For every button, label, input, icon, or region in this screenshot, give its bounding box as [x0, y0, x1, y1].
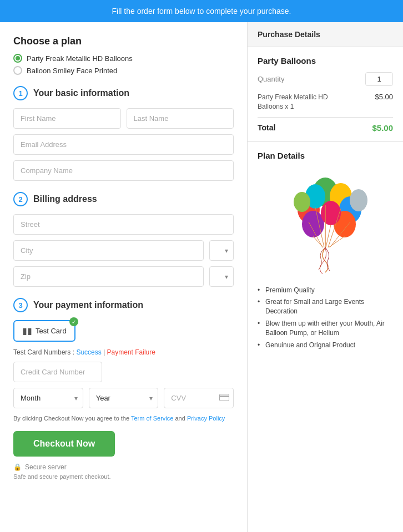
plan-radio-1-inner	[16, 56, 20, 60]
city-input[interactable]	[13, 240, 204, 261]
step-1-circle: 1	[13, 86, 28, 100]
svg-point-11	[294, 192, 310, 212]
right-panel: Purchase Details Party Balloons Quantity…	[248, 22, 403, 532]
step-3-label: Your payment information	[33, 300, 143, 310]
total-row: Total $5.00	[258, 117, 393, 133]
year-select[interactable]: Year 202420252026 2027202820292030	[89, 388, 159, 408]
privacy-link[interactable]: Privacy Policy	[187, 415, 225, 422]
card-label: Test Card	[36, 327, 67, 335]
feature-4: Genuinue and Orignal Product	[258, 341, 393, 350]
plan-label-1: Party Freak Metallic HD Balloons	[27, 54, 133, 63]
quantity-input[interactable]	[365, 72, 393, 86]
lock-icon: 🔒	[13, 463, 22, 471]
country-select[interactable]: Country United States United Kingdom Can…	[209, 240, 234, 261]
plan-details-title: Plan Details	[258, 151, 393, 160]
year-wrapper: Year 202420252026 2027202820292030	[89, 388, 159, 408]
feature-2: Great for Small and Large Events Decorat…	[258, 297, 393, 316]
step-1-label: Your basic information	[33, 88, 129, 98]
svg-line-17	[313, 236, 323, 247]
last-name-input[interactable]	[127, 108, 234, 129]
svg-point-9	[321, 201, 341, 225]
success-link[interactable]: Success	[76, 348, 101, 356]
quantity-row: Quantity	[258, 72, 393, 86]
product-title: Party Balloons	[258, 56, 393, 65]
name-row	[13, 108, 234, 129]
zip-state-row: - ALCANYTX	[13, 266, 234, 287]
secure-label: Secure server	[25, 463, 67, 471]
tos-link[interactable]: Term of Service	[131, 415, 173, 422]
step-3-heading: 3 Your payment information	[13, 298, 234, 312]
plan-label-2: Balloon Smiley Face Printed	[27, 67, 117, 75]
top-banner: Fill the order form below to complete yo…	[0, 0, 403, 22]
street-input[interactable]	[13, 214, 234, 235]
left-panel: Choose a plan Party Freak Metallic HD Ba…	[0, 22, 248, 532]
cc-number-field	[13, 362, 234, 382]
plan-radio-1[interactable]	[13, 54, 22, 63]
email-input[interactable]	[13, 134, 234, 155]
item-price: $5.00	[375, 93, 393, 101]
main-container: Choose a plan Party Freak Metallic HD Ba…	[0, 22, 403, 532]
card-check: ✓	[69, 317, 78, 326]
purchase-details-header: Purchase Details	[248, 22, 403, 47]
cvv-card-icon	[219, 394, 229, 403]
svg-rect-0	[220, 394, 229, 401]
svg-point-10	[350, 189, 367, 211]
street-field	[13, 214, 234, 235]
cc-number-input[interactable]	[13, 362, 102, 382]
country-wrapper: Country United States United Kingdom Can…	[209, 240, 234, 261]
feature-3: Blow them up with either your Mouth, Air…	[258, 319, 393, 338]
step-2-label: Billing address	[33, 194, 97, 204]
purchase-details-body: Party Balloons Quantity Party Freak Meta…	[248, 47, 403, 142]
state-wrapper: - ALCANYTX	[209, 266, 234, 287]
quantity-label: Quantity	[258, 75, 284, 83]
card-icon: ▮▮	[22, 326, 32, 336]
total-price: $5.00	[372, 123, 393, 133]
plan-details-section: Plan Details	[248, 142, 403, 362]
plan-radio-2[interactable]	[13, 66, 22, 75]
item-name: Party Freak Metallic HD Balloons x 1	[258, 93, 335, 112]
company-input[interactable]	[13, 160, 234, 181]
balloon-image	[258, 167, 393, 278]
step-2-heading: 2 Billing address	[13, 192, 234, 206]
plan-features-list: Premium Quality Great for Small and Larg…	[258, 286, 393, 350]
total-label: Total	[258, 123, 275, 132]
zip-input[interactable]	[13, 266, 204, 287]
plan-option-2[interactable]: Balloon Smiley Face Printed	[13, 66, 234, 75]
checkout-button[interactable]: Checkout Now	[13, 431, 115, 457]
payment-row: Month JanuaryFebruaryMarch AprilMayJune …	[13, 388, 234, 408]
test-card-info: Test Card Numbers : Success | Payment Fa…	[13, 348, 234, 356]
month-select[interactable]: Month JanuaryFebruaryMarch AprilMayJune …	[13, 388, 83, 408]
step-1-heading: 1 Your basic information	[13, 86, 234, 100]
test-card-label: Test Card Numbers :	[13, 348, 74, 356]
svg-rect-1	[219, 396, 229, 397]
item-row: Party Freak Metallic HD Balloons x 1 $5.…	[258, 93, 393, 112]
secure-row: 🔒 Secure server	[13, 463, 234, 471]
banner-text: Fill the order form below to complete yo…	[112, 7, 291, 16]
email-field	[13, 134, 234, 155]
state-select[interactable]: - ALCANYTX	[209, 266, 234, 287]
step-3-circle: 3	[13, 298, 28, 312]
plan-option-1[interactable]: Party Freak Metallic HD Balloons	[13, 54, 234, 63]
company-field	[13, 160, 234, 181]
choose-plan-title: Choose a plan	[13, 36, 234, 47]
agreement-before: By clicking Checkout Now you agree to th…	[13, 415, 131, 422]
secure-sub: Safe and secure payment checkout.	[13, 473, 234, 480]
step-2-circle: 2	[13, 192, 28, 206]
card-option[interactable]: ▮▮ Test Card ✓	[13, 320, 75, 342]
failure-link[interactable]: Payment Failure	[107, 348, 155, 356]
feature-1: Premium Quality	[258, 286, 393, 295]
agreement-text: By clicking Checkout Now you agree to th…	[13, 414, 234, 423]
first-name-input[interactable]	[13, 108, 121, 129]
month-wrapper: Month JanuaryFebruaryMarch AprilMayJune …	[13, 388, 83, 408]
cvv-wrapper	[164, 388, 234, 408]
city-country-row: Country United States United Kingdom Can…	[13, 240, 234, 261]
svg-line-19	[326, 225, 331, 247]
agreement-mid: and	[175, 415, 187, 422]
